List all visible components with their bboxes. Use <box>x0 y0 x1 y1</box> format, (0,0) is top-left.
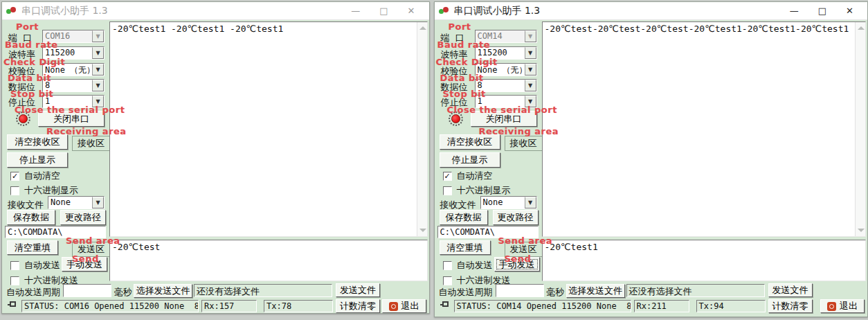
receive-textarea[interactable]: -20℃test1 -20℃test1 -20℃test1 <box>109 21 428 237</box>
tx-counter-field: Tx:78 <box>264 300 333 312</box>
scroll-up-icon[interactable] <box>858 26 865 30</box>
save-data-button[interactable]: 保存数据 <box>7 210 55 225</box>
auto-send-checkbox[interactable] <box>10 261 19 270</box>
annotation-stop-bit: Stop bit <box>10 89 53 99</box>
milliseconds-label: 毫秒 <box>114 286 132 299</box>
titlebar[interactable]: 串口调试小助手 1.3 — □ ✕ <box>435 2 868 20</box>
chevron-down-icon[interactable]: ▼ <box>525 80 536 91</box>
auto-send-period-label: 自动发送周期 <box>6 286 60 299</box>
stop-display-button[interactable]: 停止显示 <box>440 152 500 168</box>
receive-file-combobox[interactable]: None ▼ <box>48 196 105 209</box>
auto-clear-checkbox[interactable]: ✓ <box>443 172 452 181</box>
chevron-down-icon[interactable]: ▼ <box>525 47 536 59</box>
chevron-down-icon[interactable]: ▼ <box>92 197 104 208</box>
window-controls: — □ ✕ <box>790 3 863 19</box>
close-button[interactable]: ✕ <box>408 3 415 19</box>
maximize-button[interactable]: □ <box>818 3 826 19</box>
chevron-down-icon[interactable]: ▼ <box>525 64 536 75</box>
annotation-receiving-area: Receiving area <box>46 126 127 136</box>
send-file-button[interactable]: 发送文件 <box>768 283 813 297</box>
receive-text: -20℃test-20℃test-20℃test-20℃test1-20℃tes… <box>545 24 853 34</box>
minimize-button[interactable]: — <box>790 3 799 19</box>
app-icon <box>6 6 17 16</box>
stop-display-button[interactable]: 停止显示 <box>7 152 68 168</box>
choose-send-file-button[interactable]: 选择发送文件 <box>566 284 625 298</box>
client-area: Port Baud rate Check Digit Data bit Stop… <box>2 20 429 313</box>
rx-counter-field: Rx:211 <box>634 300 689 312</box>
send-file-button[interactable]: 发送文件 <box>336 283 380 297</box>
hex-display-checkbox[interactable] <box>10 186 19 195</box>
chevron-down-icon[interactable]: ▼ <box>525 197 536 208</box>
clear-refill-button[interactable]: 清空重填 <box>7 240 58 255</box>
receive-scrollbar[interactable] <box>855 22 865 236</box>
chevron-down-icon[interactable]: ▼ <box>92 80 104 91</box>
window-title: 串口调试小助手 1.3 <box>21 5 108 17</box>
clear-refill-button[interactable]: 清空重填 <box>440 240 491 255</box>
receive-textarea[interactable]: -20℃test-20℃test-20℃test-20℃test1-20℃tes… <box>542 21 867 237</box>
close-button[interactable]: ✕ <box>846 3 853 19</box>
annotation-baud-rate: Baud rate <box>5 39 57 50</box>
choose-send-file-button[interactable]: 选择发送文件 <box>134 284 192 298</box>
scroll-down-icon[interactable] <box>858 229 865 232</box>
annotation-data-bit: Data bit <box>440 73 484 83</box>
annotation-send-area: Send area <box>66 235 120 246</box>
auto-clear-label: 自动清空 <box>457 170 493 182</box>
app-icon <box>439 6 450 16</box>
exit-label: 退出 <box>401 300 419 312</box>
receive-zone-label: 接收区 <box>72 136 110 151</box>
pin-icon <box>8 301 17 309</box>
auto-send-label: 自动发送 <box>457 259 493 272</box>
save-data-button[interactable]: 保存数据 <box>440 210 488 225</box>
annotation-port: Port <box>449 21 471 32</box>
send-textarea[interactable]: -20℃test <box>109 240 428 281</box>
annotation-send: Send <box>505 254 532 264</box>
auto-clear-row: ✓ 自动清空 <box>443 170 493 182</box>
chevron-down-icon[interactable]: ▼ <box>92 47 104 59</box>
chevron-down-icon[interactable]: ▼ <box>525 30 536 42</box>
period-input[interactable] <box>541 296 543 298</box>
annotation-port: Port <box>16 21 39 32</box>
window-controls: — □ ✕ <box>351 3 424 19</box>
chevron-down-icon[interactable]: ▼ <box>92 30 104 42</box>
annotation-send: Send <box>72 254 99 264</box>
serial-assistant-window: 串口调试小助手 1.3 — □ ✕ Port Baud rate Check D… <box>434 1 868 317</box>
annotation-send-area: Send area <box>498 235 553 246</box>
auto-send-checkbox[interactable] <box>443 261 452 270</box>
minimize-button[interactable]: — <box>351 3 360 19</box>
send-text: -20℃test <box>112 242 415 252</box>
auto-clear-checkbox[interactable]: ✓ <box>10 172 19 181</box>
port-open-led-indicator <box>19 114 28 123</box>
maximize-button[interactable]: □ <box>379 3 388 19</box>
hex-display-checkbox[interactable] <box>443 186 452 195</box>
receive-file-combobox[interactable]: None ▼ <box>480 196 537 209</box>
desktop: 串口调试小助手 1.3 — □ ✕ Port Baud rate Check D… <box>0 0 868 317</box>
clear-receive-area-button[interactable]: 清空接收区 <box>7 134 68 150</box>
titlebar[interactable]: 串口调试小助手 1.3 — □ ✕ <box>2 2 429 20</box>
auto-send-row: 自动发送 <box>443 259 493 272</box>
annotation-data-bit: Data bit <box>8 73 51 83</box>
clear-receive-area-button[interactable]: 清空接收区 <box>440 134 500 150</box>
period-field-wrap <box>496 284 544 297</box>
counter-reset-button[interactable]: 计数清零 <box>336 299 380 313</box>
change-path-button[interactable]: 更改路径 <box>60 210 106 225</box>
auto-clear-label: 自动清空 <box>24 170 60 182</box>
receive-zone-label: 接收区 <box>505 136 543 151</box>
exit-button[interactable]: 退出 <box>820 299 865 313</box>
hex-send-checkbox[interactable] <box>10 276 19 285</box>
window-title: 串口调试小助手 1.3 <box>454 5 541 17</box>
annotation-baud-rate: Baud rate <box>437 39 490 50</box>
scroll-up-icon[interactable] <box>419 26 426 30</box>
hex-display-row: 十六进制显示 <box>10 184 78 197</box>
period-input[interactable] <box>109 296 111 298</box>
scroll-down-icon[interactable] <box>419 229 426 232</box>
auto-clear-row: ✓ 自动清空 <box>10 170 60 182</box>
counter-reset-button[interactable]: 计数清零 <box>768 299 813 313</box>
change-path-button[interactable]: 更改路径 <box>493 210 539 225</box>
exit-power-icon <box>389 302 398 311</box>
send-textarea[interactable]: -20℃test1 <box>542 240 867 281</box>
receive-file-value: None <box>48 197 92 208</box>
hex-send-checkbox[interactable] <box>443 276 452 285</box>
receive-scrollbar[interactable] <box>417 22 427 236</box>
chevron-down-icon[interactable]: ▼ <box>92 64 104 75</box>
exit-button[interactable]: 退出 <box>382 299 426 313</box>
